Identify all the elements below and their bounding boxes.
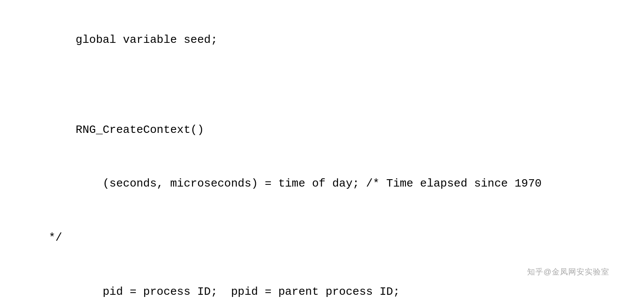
line-global-var: global variable seed; [48,33,217,46]
line-close-comment-1: */ [48,231,62,244]
code-container: global variable seed; RNG_CreateContext(… [0,0,644,303]
line-seconds: (seconds, microseconds) = time of day; /… [48,177,541,190]
code-block: global variable seed; RNG_CreateContext(… [22,13,622,303]
line-rng-create: RNG_CreateContext() [48,123,204,136]
watermark: 知乎@金凤网安实验室 [527,267,609,277]
line-pid: pid = process ID; ppid = parent process … [48,285,399,298]
